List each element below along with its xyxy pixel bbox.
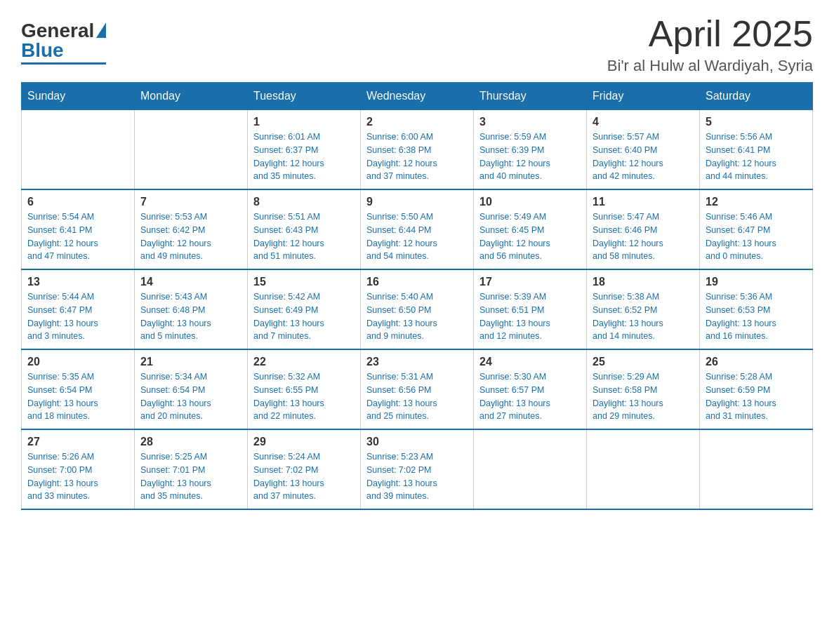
day-info: Sunrise: 5:28 AM Sunset: 6:59 PM Dayligh… bbox=[706, 370, 807, 423]
calendar-week-4: 20Sunrise: 5:35 AM Sunset: 6:54 PM Dayli… bbox=[22, 349, 813, 429]
day-number: 19 bbox=[706, 276, 807, 288]
calendar-body: 1Sunrise: 6:01 AM Sunset: 6:37 PM Daylig… bbox=[22, 110, 813, 510]
calendar-cell bbox=[700, 429, 813, 509]
header-thursday: Thursday bbox=[474, 83, 587, 110]
day-number: 6 bbox=[27, 196, 128, 208]
logo-blue-text: Blue bbox=[21, 41, 64, 60]
day-info: Sunrise: 5:53 AM Sunset: 6:42 PM Dayligh… bbox=[140, 210, 241, 263]
calendar-cell: 21Sunrise: 5:34 AM Sunset: 6:54 PM Dayli… bbox=[135, 349, 248, 429]
day-info: Sunrise: 5:51 AM Sunset: 6:43 PM Dayligh… bbox=[253, 210, 355, 263]
day-info: Sunrise: 5:23 AM Sunset: 7:02 PM Dayligh… bbox=[366, 450, 468, 503]
day-info: Sunrise: 5:54 AM Sunset: 6:41 PM Dayligh… bbox=[27, 210, 128, 263]
calendar-cell: 11Sunrise: 5:47 AM Sunset: 6:46 PM Dayli… bbox=[587, 189, 700, 269]
day-number: 1 bbox=[253, 116, 355, 128]
calendar-cell: 26Sunrise: 5:28 AM Sunset: 6:59 PM Dayli… bbox=[700, 349, 813, 429]
month-title: April 2025 bbox=[607, 14, 813, 54]
day-number: 29 bbox=[253, 436, 355, 448]
calendar-cell: 27Sunrise: 5:26 AM Sunset: 7:00 PM Dayli… bbox=[22, 429, 135, 509]
calendar-cell: 4Sunrise: 5:57 AM Sunset: 6:40 PM Daylig… bbox=[587, 110, 700, 190]
day-number: 17 bbox=[479, 276, 581, 288]
calendar-cell: 6Sunrise: 5:54 AM Sunset: 6:41 PM Daylig… bbox=[22, 189, 135, 269]
logo-triangle-icon bbox=[96, 22, 106, 38]
day-number: 30 bbox=[366, 436, 468, 448]
calendar-cell: 5Sunrise: 5:56 AM Sunset: 6:41 PM Daylig… bbox=[700, 110, 813, 190]
day-info: Sunrise: 5:50 AM Sunset: 6:44 PM Dayligh… bbox=[366, 210, 468, 263]
day-number: 12 bbox=[706, 196, 807, 208]
logo-underline bbox=[21, 62, 106, 65]
logo: General Blue bbox=[21, 21, 106, 65]
day-number: 10 bbox=[479, 196, 581, 208]
day-number: 11 bbox=[593, 196, 694, 208]
calendar-cell: 1Sunrise: 6:01 AM Sunset: 6:37 PM Daylig… bbox=[248, 110, 361, 190]
calendar-cell bbox=[22, 110, 135, 190]
day-number: 21 bbox=[140, 356, 241, 368]
calendar-cell: 14Sunrise: 5:43 AM Sunset: 6:48 PM Dayli… bbox=[135, 269, 248, 349]
day-number: 15 bbox=[253, 276, 355, 288]
header-row: Sunday Monday Tuesday Wednesday Thursday… bbox=[22, 83, 813, 110]
day-number: 23 bbox=[366, 356, 468, 368]
day-info: Sunrise: 5:25 AM Sunset: 7:01 PM Dayligh… bbox=[140, 450, 241, 503]
calendar-cell: 7Sunrise: 5:53 AM Sunset: 6:42 PM Daylig… bbox=[135, 189, 248, 269]
day-info: Sunrise: 5:44 AM Sunset: 6:47 PM Dayligh… bbox=[27, 290, 128, 343]
calendar-cell: 17Sunrise: 5:39 AM Sunset: 6:51 PM Dayli… bbox=[474, 269, 587, 349]
day-number: 27 bbox=[27, 436, 128, 448]
day-info: Sunrise: 5:39 AM Sunset: 6:51 PM Dayligh… bbox=[479, 290, 581, 343]
logo-general-text: General bbox=[21, 21, 94, 41]
day-info: Sunrise: 5:26 AM Sunset: 7:00 PM Dayligh… bbox=[27, 450, 128, 503]
calendar-cell: 8Sunrise: 5:51 AM Sunset: 6:43 PM Daylig… bbox=[248, 189, 361, 269]
day-number: 7 bbox=[140, 196, 241, 208]
header-tuesday: Tuesday bbox=[248, 83, 361, 110]
day-info: Sunrise: 5:31 AM Sunset: 6:56 PM Dayligh… bbox=[366, 370, 468, 423]
header-sunday: Sunday bbox=[22, 83, 135, 110]
day-info: Sunrise: 5:49 AM Sunset: 6:45 PM Dayligh… bbox=[479, 210, 581, 263]
calendar-week-5: 27Sunrise: 5:26 AM Sunset: 7:00 PM Dayli… bbox=[22, 429, 813, 509]
calendar-week-3: 13Sunrise: 5:44 AM Sunset: 6:47 PM Dayli… bbox=[22, 269, 813, 349]
day-number: 3 bbox=[479, 116, 581, 128]
calendar-cell: 16Sunrise: 5:40 AM Sunset: 6:50 PM Dayli… bbox=[361, 269, 474, 349]
calendar-table: Sunday Monday Tuesday Wednesday Thursday… bbox=[21, 82, 813, 510]
day-info: Sunrise: 5:35 AM Sunset: 6:54 PM Dayligh… bbox=[27, 370, 128, 423]
calendar-cell: 18Sunrise: 5:38 AM Sunset: 6:52 PM Dayli… bbox=[587, 269, 700, 349]
calendar-cell: 10Sunrise: 5:49 AM Sunset: 6:45 PM Dayli… bbox=[474, 189, 587, 269]
day-info: Sunrise: 5:38 AM Sunset: 6:52 PM Dayligh… bbox=[593, 290, 694, 343]
title-block: April 2025 Bi'r al Hulw al Wardiyah, Syr… bbox=[607, 14, 813, 75]
calendar-cell: 9Sunrise: 5:50 AM Sunset: 6:44 PM Daylig… bbox=[361, 189, 474, 269]
day-info: Sunrise: 5:56 AM Sunset: 6:41 PM Dayligh… bbox=[706, 130, 807, 183]
calendar-cell: 30Sunrise: 5:23 AM Sunset: 7:02 PM Dayli… bbox=[361, 429, 474, 509]
calendar-cell: 12Sunrise: 5:46 AM Sunset: 6:47 PM Dayli… bbox=[700, 189, 813, 269]
calendar-cell: 15Sunrise: 5:42 AM Sunset: 6:49 PM Dayli… bbox=[248, 269, 361, 349]
day-info: Sunrise: 5:32 AM Sunset: 6:55 PM Dayligh… bbox=[253, 370, 355, 423]
day-number: 24 bbox=[479, 356, 581, 368]
calendar-cell: 13Sunrise: 5:44 AM Sunset: 6:47 PM Dayli… bbox=[22, 269, 135, 349]
day-info: Sunrise: 5:57 AM Sunset: 6:40 PM Dayligh… bbox=[593, 130, 694, 183]
day-number: 13 bbox=[27, 276, 128, 288]
day-number: 2 bbox=[366, 116, 468, 128]
calendar-cell bbox=[587, 429, 700, 509]
calendar-week-1: 1Sunrise: 6:01 AM Sunset: 6:37 PM Daylig… bbox=[22, 110, 813, 190]
header-saturday: Saturday bbox=[700, 83, 813, 110]
header-monday: Monday bbox=[135, 83, 248, 110]
calendar-cell: 2Sunrise: 6:00 AM Sunset: 6:38 PM Daylig… bbox=[361, 110, 474, 190]
day-info: Sunrise: 5:24 AM Sunset: 7:02 PM Dayligh… bbox=[253, 450, 355, 503]
day-number: 18 bbox=[593, 276, 694, 288]
day-info: Sunrise: 5:40 AM Sunset: 6:50 PM Dayligh… bbox=[366, 290, 468, 343]
day-number: 22 bbox=[253, 356, 355, 368]
header-wednesday: Wednesday bbox=[361, 83, 474, 110]
day-number: 25 bbox=[593, 356, 694, 368]
day-number: 20 bbox=[27, 356, 128, 368]
day-number: 14 bbox=[140, 276, 241, 288]
day-info: Sunrise: 5:47 AM Sunset: 6:46 PM Dayligh… bbox=[593, 210, 694, 263]
calendar-cell: 24Sunrise: 5:30 AM Sunset: 6:57 PM Dayli… bbox=[474, 349, 587, 429]
day-info: Sunrise: 5:36 AM Sunset: 6:53 PM Dayligh… bbox=[706, 290, 807, 343]
calendar-week-2: 6Sunrise: 5:54 AM Sunset: 6:41 PM Daylig… bbox=[22, 189, 813, 269]
calendar-cell bbox=[135, 110, 248, 190]
calendar-cell bbox=[474, 429, 587, 509]
day-number: 16 bbox=[366, 276, 468, 288]
day-info: Sunrise: 5:42 AM Sunset: 6:49 PM Dayligh… bbox=[253, 290, 355, 343]
calendar-header: Sunday Monday Tuesday Wednesday Thursday… bbox=[22, 83, 813, 110]
day-info: Sunrise: 5:43 AM Sunset: 6:48 PM Dayligh… bbox=[140, 290, 241, 343]
page-header: General Blue April 2025 Bi'r al Hulw al … bbox=[21, 14, 813, 75]
calendar-cell: 28Sunrise: 5:25 AM Sunset: 7:01 PM Dayli… bbox=[135, 429, 248, 509]
day-info: Sunrise: 5:34 AM Sunset: 6:54 PM Dayligh… bbox=[140, 370, 241, 423]
calendar-cell: 19Sunrise: 5:36 AM Sunset: 6:53 PM Dayli… bbox=[700, 269, 813, 349]
